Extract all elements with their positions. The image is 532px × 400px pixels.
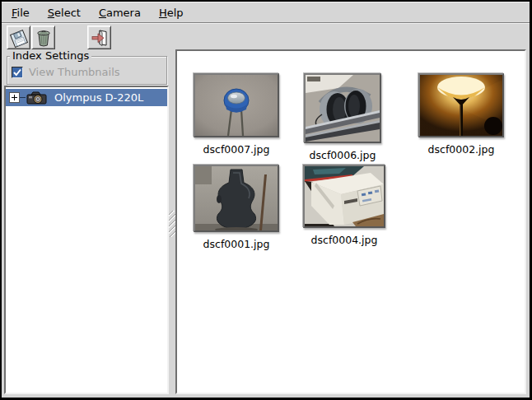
- save-button[interactable]: [7, 26, 30, 49]
- thumbnail-item[interactable]: dscf0004.jpg: [287, 165, 402, 246]
- camera-icon: [26, 90, 49, 105]
- thumbnail-filename: dscf0006.jpg: [310, 149, 376, 161]
- app-window: File Select Camera Help: [2, 2, 530, 398]
- thumbnail-item[interactable]: dscf0001.jpg: [179, 165, 294, 250]
- menu-help[interactable]: Help: [152, 4, 190, 21]
- menubar: File Select Camera Help: [2, 2, 530, 23]
- thumbnail-item[interactable]: dscf0006.jpg: [285, 73, 400, 161]
- trash-icon: [34, 28, 54, 48]
- index-settings-frame: Index Settings View Thumbnails: [7, 56, 167, 85]
- thumbnail-item[interactable]: dscf0007.jpg: [179, 73, 294, 156]
- index-settings-frame-label: Index Settings: [10, 49, 91, 62]
- thumbnail-filename: dscf0002.jpg: [428, 143, 495, 156]
- view-thumbnails-row: View Thumbnails: [12, 66, 120, 78]
- expander-plus-icon[interactable]: [9, 92, 20, 103]
- splitter-grip-icon[interactable]: [169, 211, 175, 237]
- guitar-case-photo[interactable]: [194, 165, 279, 232]
- view-thumbnails-label: View Thumbnails: [29, 66, 120, 78]
- thumbnail-item[interactable]: dscf0002.jpg: [404, 73, 519, 156]
- camera-tree-label: Olympus D-220L: [54, 91, 143, 104]
- printer-photo[interactable]: [303, 165, 385, 228]
- thumbnail-panel: dscf0007.jpg: [175, 49, 526, 394]
- view-thumbnails-checkbox[interactable]: [12, 67, 23, 78]
- thumbnail-filename: dscf0001.jpg: [203, 238, 270, 250]
- checkmark-icon: [12, 67, 22, 77]
- exit-door-icon: [90, 28, 110, 48]
- tree-connector: [20, 97, 26, 98]
- menu-select[interactable]: Select: [41, 4, 87, 21]
- camera-tree-row[interactable]: Olympus D-220L: [6, 89, 167, 106]
- camera-tree[interactable]: Olympus D-220L: [4, 86, 169, 394]
- exit-button[interactable]: [87, 26, 111, 49]
- capacitor-photo[interactable]: [194, 73, 279, 137]
- lamp-photo[interactable]: [418, 73, 504, 137]
- headphones-photo[interactable]: [304, 73, 381, 143]
- menu-camera[interactable]: Camera: [92, 4, 147, 21]
- thumbnail-filename: dscf0007.jpg: [203, 143, 270, 156]
- thumbnail-filename: dscf0004.jpg: [311, 234, 378, 246]
- pane-splitter[interactable]: [169, 49, 175, 394]
- menu-file[interactable]: File: [5, 4, 36, 21]
- delete-button[interactable]: [31, 26, 55, 49]
- floppy-disk-icon: [9, 28, 29, 48]
